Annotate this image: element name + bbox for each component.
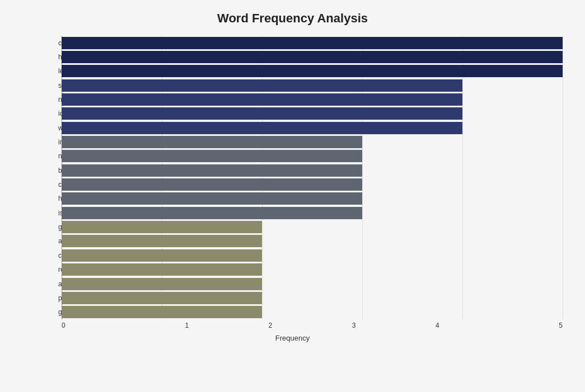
x-tick: 1 xyxy=(145,322,228,329)
bar-row: gallant xyxy=(62,305,563,319)
bar-row: isnt xyxy=(62,206,563,220)
bar-row: business xyxy=(62,163,563,177)
bar-row: warrant xyxy=(62,121,563,135)
bar xyxy=(62,207,362,219)
chart-area: clooneyhamasleadersstatenoronhaiccwarran… xyxy=(62,36,563,344)
x-tick: 4 xyxy=(396,322,479,329)
bar-row: hamas xyxy=(62,50,563,64)
bar xyxy=(62,278,262,290)
x-tick: 2 xyxy=(228,322,312,329)
bar-row: clooney xyxy=(62,36,563,50)
bar-row: netanyahu xyxy=(62,149,563,163)
grid-line xyxy=(563,36,563,319)
bars-inner: clooneyhamasleadersstatenoronhaiccwarran… xyxy=(62,36,563,319)
bar-row: gabriel xyxy=(62,220,563,234)
bar xyxy=(62,192,362,205)
x-axis: 012345 Frequency xyxy=(62,322,563,344)
bar xyxy=(62,79,462,92)
bar xyxy=(62,51,563,63)
bar xyxy=(62,235,262,247)
bar-row: leaders xyxy=(62,64,563,78)
bar xyxy=(62,249,262,262)
bar-row: connection xyxy=(62,248,563,262)
bar-row: icc xyxy=(62,107,563,121)
bar xyxy=(62,150,362,162)
bar-row: amal xyxy=(62,234,563,248)
bar xyxy=(62,107,462,120)
bar xyxy=(62,178,362,191)
bar xyxy=(62,93,462,106)
bar xyxy=(62,306,262,318)
x-tick: 0 xyxy=(62,322,145,329)
bar-row: hollywood xyxy=(62,192,563,206)
bar xyxy=(62,122,462,134)
chart-container: Word Frequency Analysis clooneyhamaslead… xyxy=(0,0,585,392)
bar xyxy=(62,65,563,77)
bar xyxy=(62,136,362,148)
x-tick: 5 xyxy=(479,322,563,329)
bar-row: request xyxy=(62,263,563,277)
bar xyxy=(62,37,563,49)
bar xyxy=(62,164,362,177)
chart-title: Word Frequency Analysis xyxy=(22,11,563,26)
bar-row: crimes xyxy=(62,177,563,191)
bar-row: noronha xyxy=(62,92,563,106)
bars-wrapper: clooneyhamasleadersstatenoronhaiccwarran… xyxy=(62,36,563,319)
bar-row: state xyxy=(62,78,563,92)
bar-row: arrest xyxy=(62,277,563,291)
bar xyxy=(62,221,262,233)
bar-row: president xyxy=(62,291,563,305)
x-ticks: 012345 xyxy=(62,322,563,329)
bar xyxy=(62,292,262,304)
x-axis-label: Frequency xyxy=(22,334,563,342)
bar-row: international xyxy=(62,135,563,149)
x-tick: 3 xyxy=(312,322,396,329)
bar xyxy=(62,263,262,276)
